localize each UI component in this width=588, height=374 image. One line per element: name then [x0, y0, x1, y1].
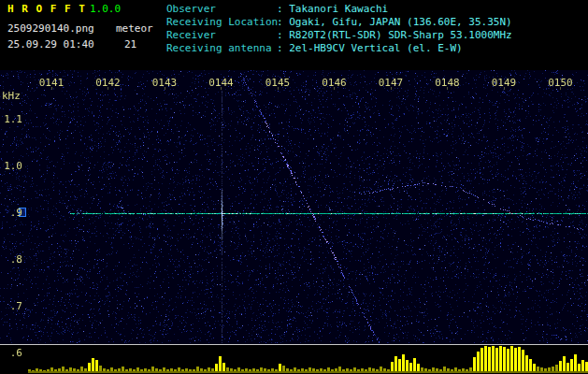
time-label: 0147 — [374, 77, 408, 89]
time-label: 0146 — [318, 77, 351, 89]
info-value: Ogaki, Gifu, JAPAN (136.60E, 35.35N) — [277, 16, 512, 28]
frequency-label: .7 — [0, 300, 22, 312]
info-label: Receiver — [166, 29, 277, 42]
frequency-label: 1.0 — [0, 160, 22, 172]
spectrogram: kHz 014101420143014401450146014701480149… — [0, 70, 588, 374]
info-value: Takanori Kawachi — [277, 3, 388, 15]
filename-label: 2509290140.png — [7, 22, 94, 35]
info-value: 2el-HB9CV Vertical (el. E-W) — [277, 42, 463, 54]
count-label: 21 — [124, 38, 136, 50]
version-label: 1.0.0 — [90, 3, 121, 15]
time-label: 0150 — [544, 77, 578, 89]
frequency-axis-unit: kHz — [2, 90, 21, 102]
spectrogram-canvas — [0, 70, 588, 374]
info-row-observer: ObserverTakanori Kawachi — [166, 3, 512, 16]
info-label: Receiving Location — [166, 16, 277, 29]
app-title: H R O F F T — [7, 3, 86, 15]
time-label: 0148 — [431, 77, 465, 89]
header: H R O F F T 1.0.0 2509290140.png meteor … — [0, 0, 588, 70]
info-label: Observer — [166, 3, 277, 16]
time-label: 0142 — [92, 77, 125, 89]
time-label: 0145 — [261, 77, 294, 89]
station-info: ObserverTakanori Kawachi Receiving Locat… — [166, 3, 512, 55]
hrofft-window: H R O F F T 1.0.0 2509290140.png meteor … — [0, 0, 588, 374]
info-row-receiver: ReceiverR820T2(RTL-SDR) SDR-Sharp 53.100… — [166, 29, 512, 42]
info-row-location: Receiving LocationOgaki, Gifu, JAPAN (13… — [166, 16, 512, 29]
time-label: 0149 — [487, 77, 521, 89]
mode-label: meteor — [116, 22, 153, 35]
timestamp-label: 25.09.29 01:40 — [7, 38, 94, 50]
time-label: 0144 — [205, 77, 238, 89]
info-value: R820T2(RTL-SDR) SDR-Sharp 53.1000MHz — [277, 29, 512, 41]
frequency-label: .8 — [0, 253, 22, 266]
frequency-label: .6 — [0, 347, 22, 359]
info-label: Receiving antenna — [166, 42, 277, 55]
info-row-antenna: Receiving antenna2el-HB9CV Vertical (el.… — [166, 42, 512, 55]
time-label: 0141 — [35, 77, 68, 89]
time-label: 0143 — [148, 77, 181, 89]
frequency-label: 1.1 — [0, 113, 22, 125]
frequency-label: .9 — [0, 207, 22, 219]
